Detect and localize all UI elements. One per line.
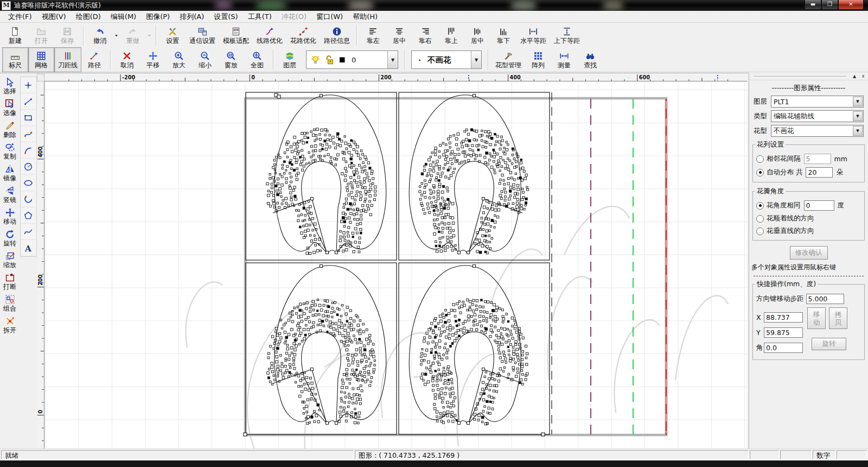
menu-视图V[interactable]: 视图(V) (37, 11, 71, 23)
draw-tool-circle[interactable] (21, 159, 35, 175)
tool-镜像[interactable]: 镜像 (0, 162, 20, 184)
toolbar-button-缩小[interactable]: 缩小 (192, 47, 218, 72)
toolbar-button-路径信息[interactable]: 路径信息 (320, 23, 354, 48)
menu-绘图D[interactable]: 绘图(D) (71, 11, 106, 23)
chevron-down-icon[interactable]: ▼ (853, 97, 863, 106)
draw-tool-polygon[interactable] (21, 207, 35, 224)
drawing-canvas[interactable] (44, 81, 747, 449)
toolbar-button-取消[interactable]: 取消 (114, 47, 140, 72)
menu-编辑M[interactable]: 编辑(M) (106, 11, 141, 23)
copy-button[interactable]: 拷贝 (829, 307, 847, 329)
flower-count-input[interactable]: 20 (806, 167, 833, 178)
adjacent-gap-radio[interactable] (756, 155, 764, 163)
toolbar-button-花型管理[interactable]: 花型管理 (492, 47, 525, 72)
tool-移动[interactable]: 移动 (0, 206, 20, 228)
selection-handle[interactable] (244, 433, 247, 436)
menu-帮助H[interactable]: 帮助(H) (348, 11, 382, 23)
toolbar-button-窗放[interactable]: 窗放 (218, 47, 244, 72)
draw-tool-text[interactable]: A (21, 240, 35, 256)
toolbar-button-居中[interactable]: 居中 (464, 23, 490, 48)
toolbar-button-路径[interactable]: 路径 (81, 47, 107, 72)
toolbar-button-平移[interactable]: 平移 (140, 47, 166, 72)
toolbar-button-靠上[interactable]: 靠上 (438, 23, 464, 48)
x-input[interactable]: 88.737 (764, 312, 803, 323)
panel-close-icon[interactable]: x (859, 73, 867, 79)
rotate-button[interactable]: 旋转 (812, 338, 846, 350)
selection-handle[interactable] (277, 95, 280, 98)
same-angle-radio[interactable] (756, 202, 764, 210)
toolbar-button-放大[interactable]: 放大 (166, 47, 192, 72)
toolbar-button-设置[interactable]: 设置 (159, 23, 186, 48)
toolbar-button-全图[interactable]: 全图 (244, 47, 270, 72)
toolbar-button-模板适配[interactable]: 模板适配 (219, 23, 253, 48)
draw-tool-ellipse[interactable] (21, 175, 35, 191)
pen-color-combo[interactable]: 0▼ (306, 51, 398, 69)
pattern-piece[interactable] (266, 94, 386, 255)
draw-tool-arc[interactable] (21, 142, 35, 159)
toolbar-button-上下等距[interactable]: 上下等距 (550, 23, 584, 48)
pattern-cell-box[interactable] (246, 92, 397, 260)
menu-排列A[interactable]: 排列(A) (175, 11, 209, 23)
menu-文件F[interactable]: 文件(F) (3, 11, 37, 23)
toolbar-button-查找[interactable]: 查找 (577, 47, 603, 72)
along-line-radio[interactable] (756, 215, 764, 223)
toolbar-button-靠下[interactable]: 靠下 (490, 23, 516, 48)
toolbar-button-撤消[interactable]: 撤消 (87, 23, 113, 48)
tool-删除[interactable]: 删除 (0, 119, 20, 141)
adjacent-gap-input[interactable]: 5 (804, 154, 831, 164)
pattern-cell-box[interactable] (246, 263, 397, 434)
toolbar-button-网格[interactable]: 网格 (28, 47, 54, 72)
toolbar-button-标尺[interactable]: 标尺 (2, 47, 28, 72)
toolbar-button-靠左[interactable]: 靠左 (360, 23, 386, 48)
close-button[interactable]: ✕ (838, 0, 864, 10)
toolbar-button-阵列[interactable]: 阵列 (525, 47, 551, 72)
flowertype-select[interactable]: 不画花▼ (771, 125, 864, 137)
step-input[interactable]: 5.000 (806, 294, 844, 304)
restore-button[interactable]: ❐ (821, 0, 838, 10)
tool-打断[interactable]: 打断 (0, 271, 20, 293)
y-input[interactable]: 59.875 (764, 327, 803, 338)
menu-工具T[interactable]: 工具(T) (243, 11, 277, 23)
draw-tool-arc2[interactable] (21, 191, 35, 207)
toolbar-button-测量[interactable]: 测量 (551, 47, 577, 72)
toolbar-button-水平等距[interactable]: 水平等距 (516, 23, 550, 48)
panel-collapse-icon[interactable]: ▲ (851, 73, 858, 79)
chevron-down-icon[interactable]: ▼ (387, 51, 398, 68)
rot-angle-input[interactable]: 0.0 (764, 343, 803, 353)
toolbar-button-图层[interactable]: 图层 (277, 47, 303, 72)
layer-select[interactable]: PLT1▼ (771, 96, 864, 108)
tool-组合[interactable]: 组合 (0, 293, 20, 314)
panel-grip[interactable]: ▲ x (749, 73, 868, 80)
angle-value-input[interactable]: 0 (804, 200, 834, 211)
chevron-down-icon[interactable]: ▼ (853, 126, 863, 136)
tool-选像[interactable]: 选像 (0, 97, 20, 119)
type-select[interactable]: 编辑花辅助线▼ (771, 110, 864, 122)
perpendicular-radio[interactable] (756, 228, 764, 235)
draw-tool-point[interactable] (21, 77, 35, 93)
menu-图像P[interactable]: 图像(P) (141, 11, 175, 23)
menu-窗口W[interactable]: 窗口(W) (311, 11, 348, 23)
pattern-piece[interactable] (409, 94, 528, 254)
toolbar-button-居中[interactable]: 居中 (386, 23, 412, 48)
toolbar-button-线路优化[interactable]: 线路优化 (253, 23, 286, 48)
toolbar-button-新建[interactable]: 新建 (2, 23, 28, 48)
toolbar-button-通信设置[interactable]: 通信设置 (186, 23, 219, 48)
draw-tool-rect[interactable] (21, 110, 35, 126)
pattern-piece[interactable] (267, 265, 386, 425)
toolbar-button-花路优化[interactable]: 花路优化 (286, 23, 320, 48)
tool-缩放[interactable]: 缩放 (0, 249, 20, 271)
tool-竖镜[interactable]: 竖镜 (0, 184, 20, 206)
menu-设置S[interactable]: 设置(S) (209, 11, 242, 23)
toolbar-button-刀距线[interactable]: 刀距线 (54, 47, 81, 72)
chevron-down-icon[interactable]: ▼ (471, 51, 481, 68)
tool-选择[interactable]: 选择 (0, 75, 20, 97)
minimize-button[interactable]: ▬ (805, 0, 821, 10)
draw-tool-line[interactable] (21, 93, 35, 110)
chevron-down-icon[interactable]: ▼ (853, 111, 863, 121)
confirm-modify-button[interactable]: 修改确认 (790, 246, 828, 260)
tool-拆开[interactable]: 拆开 (0, 314, 20, 336)
pattern-piece[interactable] (409, 265, 528, 425)
tool-复制[interactable]: 复制 (0, 141, 20, 162)
selection-handle[interactable] (541, 433, 545, 436)
draw-tool-spline[interactable] (21, 224, 35, 240)
